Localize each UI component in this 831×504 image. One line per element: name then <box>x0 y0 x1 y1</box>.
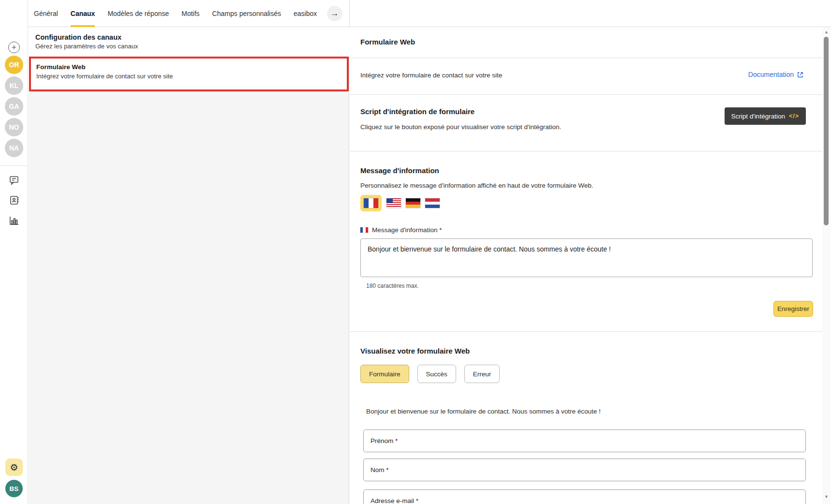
settings-nav-tabs: Général Canaux Modèles de réponse Motifs… <box>34 0 317 27</box>
statistics-nav-button[interactable] <box>0 215 28 226</box>
preview-section-title: Visualisez votre formulaire Web <box>360 347 470 355</box>
language-option-fr-selected[interactable] <box>360 195 382 211</box>
tab-canaux[interactable]: Canaux <box>71 0 95 27</box>
preview-tab-formulaire[interactable]: Formulaire <box>360 365 409 383</box>
scroll-up-arrow[interactable]: ▲ <box>824 30 829 34</box>
bar-chart-icon <box>8 215 20 226</box>
inbox-avatar-no[interactable]: NO <box>0 118 28 136</box>
inbox-avatar-or[interactable]: OR <box>0 56 28 74</box>
channel-item-subtitle: Intégrez votre formulaire de contact sur… <box>36 73 347 80</box>
gear-icon: ⚙ <box>10 462 18 473</box>
current-user-avatar[interactable]: BS <box>5 480 23 497</box>
tab-modeles-de-reponse[interactable]: Modèles de réponse <box>107 0 169 27</box>
channel-item-formulaire-web[interactable]: Formulaire Web Intégrez votre formulaire… <box>29 57 349 91</box>
section-divider <box>350 331 823 332</box>
preview-tab-erreur[interactable]: Erreur <box>464 365 500 383</box>
main-header: Formulaire Web <box>350 27 823 58</box>
settings-button[interactable]: ⚙ <box>5 459 23 476</box>
preview-field-email[interactable]: Adresse e-mail * <box>363 489 806 504</box>
vertical-scrollbar[interactable]: ▲ ▼ <box>822 27 831 504</box>
external-link-icon <box>797 71 804 78</box>
address-book-icon <box>8 194 20 206</box>
scroll-down-arrow[interactable]: ▼ <box>824 494 829 499</box>
code-icon: </> <box>789 113 799 119</box>
page-title: Formulaire Web <box>360 38 415 46</box>
message-section-description: Personnalisez le message d'information a… <box>360 182 594 189</box>
language-selector <box>360 193 440 213</box>
topbar-divider <box>349 0 350 27</box>
contacts-nav-button[interactable] <box>0 194 28 206</box>
script-section: Script d'intégration de formulaire Cliqu… <box>350 95 823 151</box>
arrow-right-icon: → <box>331 9 339 18</box>
preview-welcome-message: Bonjour et bienvenue sur le formulaire d… <box>366 408 601 415</box>
save-button[interactable]: Enregistrer <box>773 301 813 317</box>
flag-france-icon <box>360 227 368 233</box>
tab-easibox[interactable]: easibox <box>294 0 317 27</box>
message-field-label: Message d'information * <box>360 226 442 234</box>
char-limit-hint: 180 caractères max. <box>366 282 419 289</box>
channels-panel-header: Configuration des canaux Gérez les param… <box>29 27 349 57</box>
plus-icon: + <box>12 43 16 52</box>
tab-champs-personnalises[interactable]: Champs personnalisés <box>212 0 281 27</box>
language-option-nl[interactable] <box>425 198 440 208</box>
preview-field-nom[interactable]: Nom * <box>363 459 806 481</box>
scrollbar-thumb[interactable] <box>824 37 829 225</box>
rail-divider <box>0 165 28 166</box>
add-inbox-button[interactable]: + <box>0 42 28 53</box>
channel-item-title: Formulaire Web <box>36 63 347 71</box>
inbox-avatar-na[interactable]: NA <box>0 139 28 157</box>
intro-text: Intégrez votre formulaire de contact sur… <box>360 72 502 79</box>
script-section-title: Script d'intégration de formulaire <box>360 107 475 116</box>
channels-panel: Configuration des canaux Gérez les param… <box>29 27 349 504</box>
tab-motifs[interactable]: Motifs <box>181 0 199 27</box>
chat-bubble-icon <box>8 174 20 186</box>
language-option-us[interactable] <box>386 198 401 208</box>
panel-subtitle: Gérez les paramètres de vos canaux <box>35 43 349 50</box>
documentation-link[interactable]: Documentation <box>748 71 804 78</box>
message-textarea[interactable]: Bonjour et bienvenue sur le formulaire d… <box>360 238 813 277</box>
script-integration-button[interactable]: Script d'intégration </> <box>725 107 806 125</box>
inbox-avatar-ga[interactable]: GA <box>0 97 28 116</box>
preview-field-prenom[interactable]: Prénom * <box>363 430 806 452</box>
intro-row: Intégrez votre formulaire de contact sur… <box>350 58 823 95</box>
flag-france-icon <box>364 198 378 208</box>
language-option-de[interactable] <box>406 198 420 208</box>
tab-general[interactable]: Général <box>34 0 58 27</box>
form-settings-main: Formulaire Web Intégrez votre formulaire… <box>350 27 823 504</box>
preview-tab-succes[interactable]: Succès <box>417 365 456 383</box>
preview-tabs: Formulaire Succès Erreur <box>360 365 500 383</box>
message-section-title: Message d'information <box>360 166 439 175</box>
topbar: Général Canaux Modèles de réponse Motifs… <box>0 0 831 27</box>
script-section-description: Cliquez sur le bouton exposé pour visual… <box>360 123 561 131</box>
inbox-avatar-kl[interactable]: KL <box>0 76 28 95</box>
conversations-nav-button[interactable] <box>0 174 28 186</box>
nav-scroll-forward-button[interactable]: → <box>327 6 342 21</box>
panel-title: Configuration des canaux <box>35 33 349 41</box>
workspace-rail: + OR KL GA NO NA ⚙ BS <box>0 0 28 504</box>
